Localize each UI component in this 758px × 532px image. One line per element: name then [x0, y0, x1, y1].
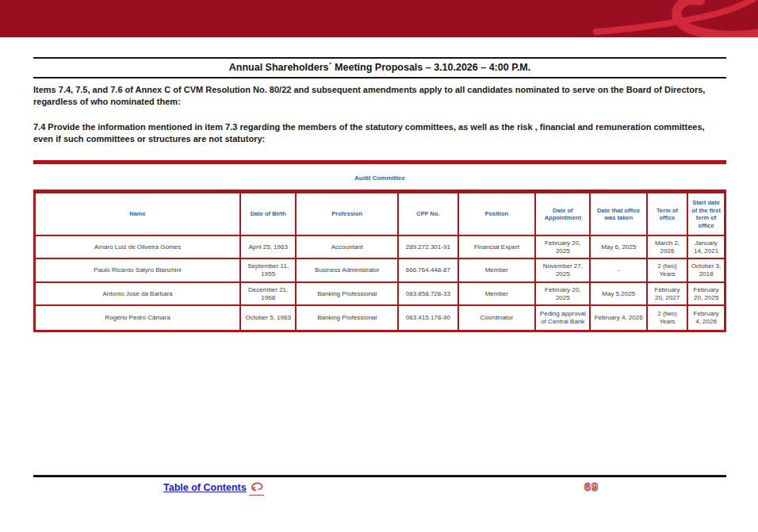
table-cell: Peding approval of Central Bank [535, 305, 590, 331]
table-cell: March 2, 2026 [647, 235, 687, 258]
table-cell: Financial Expert [458, 235, 536, 258]
intro-paragraph: Items 7.4, 7.5, and 7.6 of Annex C of CV… [33, 84, 726, 108]
table-body: Amaro Luiz de Oliveira GomesApril 25, 19… [35, 235, 725, 331]
column-header: Name [35, 192, 240, 236]
table-cell: May 5,2025 [590, 282, 646, 305]
column-header: Position [458, 192, 536, 236]
column-header: Term of office [647, 192, 687, 236]
table-caption: Audit Committee [33, 174, 726, 182]
brand-swoosh-icon [584, 0, 758, 37]
table-cell: Banking Professional [296, 282, 398, 305]
table-cell: November 27, 2025 [535, 258, 590, 282]
table-cell: February 4, 2026 [687, 305, 725, 331]
table-cell: Business Administrator [296, 258, 398, 282]
table-row: Antonio José da BarbaraDecember 21, 1968… [35, 282, 725, 305]
table-cell: Accountant [296, 235, 398, 258]
table-cell: May 6, 2025 [590, 235, 646, 258]
table-cell: October 3, 2018 [687, 258, 725, 282]
column-header: CPF No. [398, 192, 457, 236]
table-cell: 063.415.178-90 [398, 305, 457, 331]
table-cell: April 25, 1963 [240, 235, 296, 258]
table-cell: February 20, 2025 [687, 282, 725, 305]
audit-committee-table: NameDate of BirthProfessionCPF No.Positi… [33, 189, 726, 332]
title-rule-top [33, 57, 726, 59]
document-page: Annual Shareholders´ Meeting Proposals –… [0, 0, 758, 532]
column-header: Date of Appointment [535, 192, 590, 236]
page-number: 69 [578, 480, 605, 493]
table-row: Paulo Ricardo Satyro BianchiniSeptember … [35, 258, 725, 282]
column-header: Date of Birth [240, 192, 296, 236]
table-cell: 666.764.448-87 [398, 258, 457, 282]
table-cell: February 20, 2025 [535, 235, 590, 258]
table-row: Rogério Pedro CâmaraOctober 5, 1963Banki… [35, 305, 725, 331]
header-band [0, 0, 758, 37]
table-cell: 289.272.301-91 [398, 235, 457, 258]
column-header: Profession [296, 192, 398, 236]
table-cell: February 20, 2025 [535, 282, 590, 305]
table-cell: Banking Professional [296, 305, 398, 331]
table-cell: Member [458, 258, 536, 282]
page-title: Annual Shareholders´ Meeting Proposals –… [33, 62, 726, 73]
item-7-4-paragraph: 7.4 Provide the information mentioned in… [33, 121, 726, 145]
table-cell: Rogério Pedro Câmara [35, 305, 240, 331]
table-cell: October 5, 1963 [240, 305, 296, 331]
toc-label: Table of Contents [163, 482, 247, 493]
table-of-contents-link[interactable]: Table of Contents [163, 482, 264, 496]
table-cell: December 21, 1968 [240, 282, 296, 305]
table-cell: 083.858.728-33 [398, 282, 457, 305]
table-cell: Antonio José da Barbara [35, 282, 240, 305]
table-cell: - [590, 258, 646, 282]
column-header: Start date of the first term of office [687, 192, 725, 236]
title-rule-bottom [33, 77, 726, 78]
table-cell: February 4, 2026 [590, 305, 646, 331]
return-arrow-icon [249, 480, 264, 496]
table-row: Amaro Luiz de Oliveira GomesApril 25, 19… [35, 235, 725, 258]
table-cell: 2 (two) Years [647, 258, 687, 282]
table-header-row: NameDate of BirthProfessionCPF No.Positi… [35, 192, 725, 236]
section-rule-red [33, 160, 726, 164]
table-cell: Paulo Ricardo Satyro Bianchini [35, 258, 240, 282]
table-cell: Coordinator [458, 305, 536, 331]
footer-rule [33, 475, 726, 477]
table-cell: September 11, 1955 [240, 258, 296, 282]
table-cell: February 20, 2027 [647, 282, 687, 305]
table-cell: 2 (two) Years [647, 305, 687, 331]
table-cell: Member [458, 282, 536, 305]
table-cell: Amaro Luiz de Oliveira Gomes [35, 235, 240, 258]
column-header: Date that office was taken [590, 192, 646, 236]
table-cell: January 14, 2021 [687, 235, 725, 258]
